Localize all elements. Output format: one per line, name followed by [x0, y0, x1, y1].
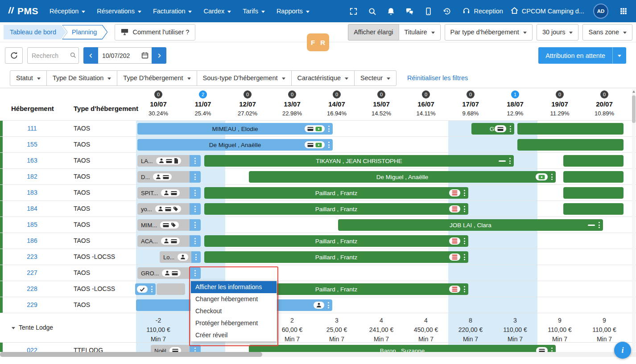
bar-menu-icon[interactable] — [150, 286, 153, 292]
day-header[interactable]: 016/0714.11% — [404, 90, 448, 117]
bar-menu-cap[interactable] — [190, 155, 201, 167]
bar-menu-cap[interactable] — [191, 251, 201, 263]
day-header[interactable]: 211/0725.4% — [181, 90, 225, 117]
site-menu[interactable]: CPCOM Camping d... — [510, 6, 584, 16]
bar-menu-icon[interactable] — [194, 222, 197, 228]
breadcrumb-planning[interactable]: Planning — [62, 25, 107, 40]
bar-menu-cap[interactable] — [190, 187, 201, 199]
reservation-bar[interactable]: Paillard , Frantz — [204, 251, 468, 263]
day-header[interactable]: 019/0711.29% — [537, 90, 582, 117]
room-number[interactable]: 183 — [23, 189, 41, 196]
room-number[interactable]: 163 — [23, 157, 41, 164]
help-button[interactable]: Comment l'utiliser ? — [115, 24, 195, 41]
day-header[interactable]: 020/0710.89% — [582, 90, 627, 117]
group-toggle[interactable]: Tente Lodge — [12, 324, 53, 331]
day-badge[interactable]: 0 — [154, 90, 162, 98]
day-badge[interactable]: 0 — [333, 90, 341, 98]
reservation-bar[interactable]: Lo... — [160, 251, 201, 263]
room-number[interactable]: 223 — [23, 253, 41, 260]
room-number[interactable]: 185 — [23, 221, 41, 228]
context-menu-item[interactable]: Checkout — [191, 305, 277, 317]
reservation-bar[interactable]: Paillard , Frantz — [204, 235, 468, 247]
filter-button[interactable]: Secteur — [354, 70, 396, 86]
room-number[interactable]: 227 — [23, 269, 41, 276]
day-badge[interactable]: 0 — [244, 90, 252, 98]
context-menu-item[interactable]: Créer réveil — [191, 329, 277, 341]
search-icon[interactable] — [364, 3, 380, 19]
view-button[interactable]: Par type d'hébergement — [445, 24, 533, 41]
reservation-bar[interactable] — [563, 155, 624, 167]
menu-item[interactable]: Réception — [44, 0, 91, 22]
bar-menu-cap[interactable] — [190, 345, 201, 352]
reservation-bar[interactable]: Baron , Suzanne — [249, 345, 556, 352]
reservation-bar[interactable]: yo... — [137, 203, 201, 215]
reservation-bar[interactable] — [563, 187, 624, 199]
day-badge[interactable]: 0 — [288, 90, 296, 98]
filter-button[interactable]: Type D'hébergement — [117, 70, 197, 86]
menu-item[interactable]: Tarifs — [237, 0, 271, 22]
bar-menu-cap[interactable] — [190, 171, 201, 183]
reservation-bar[interactable]: JOB LAI , Clara — [338, 219, 603, 231]
day-header[interactable]: 010/0730.24% — [136, 90, 181, 117]
bar-menu-icon[interactable] — [194, 190, 197, 196]
day-badge[interactable]: 0 — [377, 90, 385, 98]
room-number[interactable]: 111 — [23, 125, 41, 132]
chevron-down-icon[interactable] — [613, 54, 626, 57]
reservation-bar[interactable]: Noël — [151, 345, 201, 352]
pms-logo[interactable]: PMS — [7, 6, 38, 17]
reservation-bar[interactable] — [157, 283, 185, 295]
scroll-up-arrow[interactable] — [632, 90, 635, 93]
view-button[interactable]: Titulaire — [399, 24, 441, 41]
bar-menu-icon[interactable] — [463, 254, 466, 260]
filter-button[interactable]: Statut — [10, 70, 47, 86]
reservation-bar[interactable] — [563, 203, 624, 215]
filter-button[interactable]: Sous-type D'hébergement — [197, 70, 292, 86]
room-number[interactable]: 229 — [23, 301, 41, 308]
bar-menu-icon[interactable] — [194, 206, 197, 212]
notifications-icon[interactable] — [383, 3, 399, 19]
bar-menu-icon[interactable] — [509, 126, 512, 132]
reservation-bar[interactable]: MIM... — [137, 219, 201, 231]
search-input[interactable] — [27, 47, 79, 64]
reservation-bar[interactable] — [517, 123, 624, 135]
context-menu-item[interactable]: Protéger hébergement — [191, 317, 277, 329]
bar-menu-icon[interactable] — [194, 254, 198, 260]
reservation-bar[interactable]: LA... — [137, 155, 201, 167]
fullscreen-icon[interactable] — [345, 3, 361, 19]
day-header[interactable]: 118/0712.9% — [493, 90, 537, 117]
filter-button[interactable]: Type De Situation — [46, 70, 117, 86]
view-button[interactable]: 30 jours — [537, 24, 579, 41]
breadcrumb-dashboard[interactable]: Tableau de bord — [4, 25, 66, 40]
bar-menu-icon[interactable] — [463, 238, 466, 244]
reservation-bar[interactable]: De Miguel , Anaëlle — [137, 139, 333, 151]
bar-menu-icon[interactable] — [550, 174, 553, 180]
room-number[interactable]: 182 — [23, 173, 41, 180]
pending-attribution-button[interactable]: Attribution en attente — [538, 47, 626, 64]
bar-menu-icon[interactable] — [194, 158, 197, 164]
room-number[interactable]: 184 — [23, 205, 41, 212]
bar-menu-cap[interactable] — [190, 235, 201, 247]
bar-menu-icon[interactable] — [194, 238, 197, 244]
account-menu[interactable]: Reception — [462, 6, 503, 16]
reservation-bar[interactable]: D... — [137, 171, 201, 183]
day-header[interactable]: 014/0716.94% — [314, 90, 359, 117]
reservation-bar[interactable]: ACA... — [137, 235, 201, 247]
reservation-bar[interactable]: SPIT... — [137, 187, 201, 199]
reservation-bar[interactable]: Paillard , Frantz — [204, 203, 468, 215]
bar-menu-cap[interactable] — [190, 219, 201, 231]
menu-item[interactable]: Rapports — [271, 0, 315, 22]
menu-item[interactable]: Cardex — [198, 0, 237, 22]
reservation-bar[interactable]: G. — [471, 123, 514, 135]
reservation-bar[interactable]: Paillard , Frantz — [204, 187, 468, 199]
bar-menu-icon[interactable] — [508, 158, 512, 164]
room-number[interactable]: 155 — [23, 141, 41, 148]
previous-day-button[interactable] — [83, 47, 98, 64]
day-header[interactable]: 012/0727.02% — [225, 90, 270, 117]
menu-item[interactable]: Facturation — [147, 0, 198, 22]
refresh-button[interactable] — [5, 47, 23, 64]
horizontal-scrollbar[interactable] — [0, 352, 636, 357]
info-button[interactable]: i — [614, 342, 631, 359]
bar-menu-icon[interactable] — [194, 270, 197, 276]
bar-menu-icon[interactable] — [463, 190, 466, 196]
bar-menu-icon[interactable] — [463, 286, 466, 292]
